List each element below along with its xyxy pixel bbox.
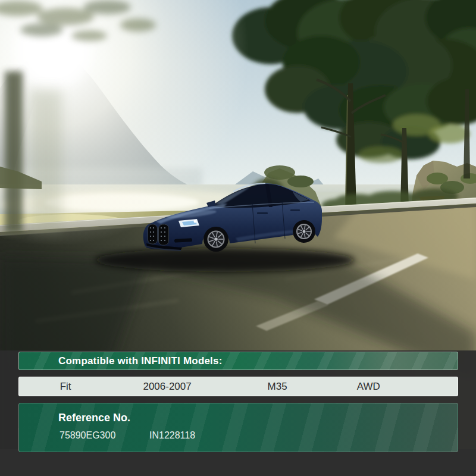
- fitment-cell-fit: Fit: [60, 377, 71, 396]
- foreground-trunk: [0, 71, 62, 233]
- fitment-row: Fit 2006-2007 M35 AWD: [18, 377, 458, 396]
- reference-number-primary: 75890EG300: [60, 430, 115, 441]
- compatibility-header-label: Compatible with INFINITI Models:: [58, 355, 223, 367]
- reference-title: Reference No.: [58, 411, 130, 424]
- front-wheel: [203, 227, 228, 252]
- reference-panel: Reference No. 75890EG300 IN1228118: [18, 403, 458, 452]
- fitment-cell-model: M35: [268, 377, 287, 396]
- fitment-cell-drivetrain: AWD: [357, 377, 380, 396]
- rear-wheel: [293, 220, 315, 243]
- product-image: Compatible with INFINITI Models: Fit 200…: [0, 0, 476, 476]
- fitment-cell-years: 2006-2007: [143, 377, 191, 396]
- compatibility-header: Compatible with INFINITI Models:: [18, 352, 458, 370]
- reference-number-secondary: IN1228118: [149, 430, 195, 441]
